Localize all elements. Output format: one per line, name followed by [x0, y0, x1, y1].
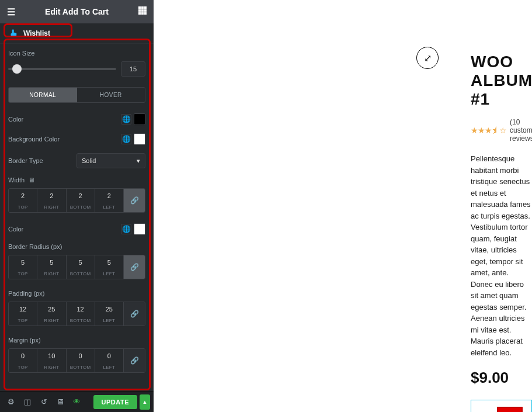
svg-rect-7: [141, 12, 144, 15]
margin-label: Margin (px): [8, 337, 145, 344]
width-inputs: TOP RIGHT BOTTOM LEFT 🔗: [8, 188, 145, 213]
margin-right[interactable]: [37, 349, 65, 363]
color-label: Color: [8, 116, 23, 123]
state-tabs: NORMAL HOVER: [8, 87, 145, 103]
svg-rect-8: [144, 12, 147, 15]
globe-icon[interactable]: 🌐: [121, 134, 131, 144]
product-title: WOO ALBUM #1: [471, 53, 532, 109]
icon-size-value[interactable]: 15: [121, 61, 145, 77]
menu-icon[interactable]: ☰: [7, 6, 15, 18]
width-bottom[interactable]: [67, 189, 95, 203]
padding-label: Padding (px): [8, 290, 145, 297]
add-to-cart-row: − 1 + ADD TO CART ♡: [471, 400, 532, 412]
settings-icon[interactable]: ⚙: [4, 394, 19, 410]
sidebar-header: ☰ Edit Add To Cart: [0, 0, 154, 23]
controls-panel: Icon Size 15 NORMAL HOVER Color 🌐 Backgr…: [0, 44, 154, 391]
color-swatch[interactable]: [134, 113, 145, 125]
product-description: Pellentesque habitant morbi tristique se…: [471, 153, 532, 358]
margin-top[interactable]: [9, 349, 37, 363]
radius-top[interactable]: [9, 255, 37, 269]
svg-rect-2: [144, 6, 147, 9]
padding-top[interactable]: [9, 302, 37, 316]
width-top[interactable]: [9, 189, 37, 203]
expand-image-icon[interactable]: ⤢: [416, 47, 439, 69]
margin-bottom[interactable]: [67, 349, 95, 363]
icon-size-label: Icon Size: [8, 50, 145, 57]
border-type-label: Border Type: [8, 157, 43, 164]
responsive-icon[interactable]: 🖥: [53, 394, 68, 410]
product-price: $9.00: [471, 369, 532, 387]
width-left[interactable]: [95, 189, 123, 203]
navigator-icon[interactable]: ◫: [20, 394, 35, 410]
qty-increase-button[interactable]: +: [528, 410, 532, 413]
desktop-icon[interactable]: 🖥: [28, 176, 34, 184]
padding-inputs: TOP RIGHT BOTTOM LEFT 🔗: [8, 302, 145, 326]
editor-sidebar: ☰ Edit Add To Cart Wishlist Icon Size 15…: [0, 0, 154, 412]
padding-bottom[interactable]: [67, 302, 95, 316]
border-radius-inputs: TOP RIGHT BOTTOM LEFT 🔗: [8, 255, 145, 279]
qty-input[interactable]: 1: [497, 407, 523, 412]
tab-hover[interactable]: HOVER: [77, 88, 145, 102]
bg-color-swatch[interactable]: [134, 133, 145, 145]
sidebar-footer: ⚙ ◫ ↺ 🖥 👁 UPDATE ▲: [0, 391, 154, 412]
border-radius-label: Border Radius (px): [8, 243, 145, 250]
link-values-icon[interactable]: 🔗: [124, 189, 145, 212]
preview-icon[interactable]: 👁: [69, 394, 84, 410]
globe-icon[interactable]: 🌐: [121, 114, 131, 124]
sidebar-title: Edit Add To Cart: [45, 7, 109, 16]
history-icon[interactable]: ↺: [36, 394, 51, 410]
link-values-icon[interactable]: 🔗: [124, 302, 145, 326]
svg-rect-5: [144, 9, 147, 12]
padding-right[interactable]: [37, 302, 65, 316]
border-color-swatch[interactable]: [134, 223, 145, 235]
qty-decrease-button[interactable]: −: [477, 410, 491, 413]
update-options-icon[interactable]: ▲: [140, 394, 150, 410]
star-rating-icon: ★★★⯨☆: [471, 126, 506, 135]
border-type-select[interactable]: Solid▾: [77, 153, 145, 168]
margin-inputs: TOP RIGHT BOTTOM LEFT 🔗: [8, 348, 145, 373]
rating-row: ★★★⯨☆ (10 customer reviews): [471, 118, 532, 143]
link-values-icon[interactable]: 🔗: [124, 255, 145, 279]
icon-size-slider[interactable]: [8, 68, 116, 70]
preview-canvas: ⤢ WOO ALBUM #1 ★★★⯨☆ (10 customer review…: [154, 0, 532, 412]
margin-left[interactable]: [95, 349, 123, 363]
width-right[interactable]: [37, 189, 65, 203]
bg-color-label: Background Color: [8, 136, 60, 143]
reviews-link[interactable]: (10 customer reviews): [510, 118, 532, 143]
padding-left[interactable]: [95, 302, 123, 316]
svg-rect-6: [138, 12, 141, 15]
section-label: Wishlist: [23, 29, 50, 37]
update-button[interactable]: UPDATE: [93, 395, 137, 409]
svg-rect-0: [138, 6, 141, 9]
section-toggle-wishlist[interactable]: Wishlist: [0, 23, 154, 44]
link-values-icon[interactable]: 🔗: [124, 349, 145, 372]
chevron-down-icon: ▾: [137, 157, 140, 165]
radius-left[interactable]: [95, 255, 123, 269]
radius-right[interactable]: [37, 255, 65, 269]
svg-rect-4: [141, 9, 144, 12]
apps-icon[interactable]: [138, 6, 147, 17]
width-label: Width: [8, 176, 25, 184]
pointer-hand-icon: [8, 28, 19, 39]
border-color-label: Color: [8, 226, 23, 233]
svg-rect-3: [138, 9, 141, 12]
radius-bottom[interactable]: [67, 255, 95, 269]
svg-rect-1: [141, 6, 144, 9]
globe-icon[interactable]: 🌐: [121, 224, 131, 234]
tab-normal[interactable]: NORMAL: [9, 88, 77, 102]
